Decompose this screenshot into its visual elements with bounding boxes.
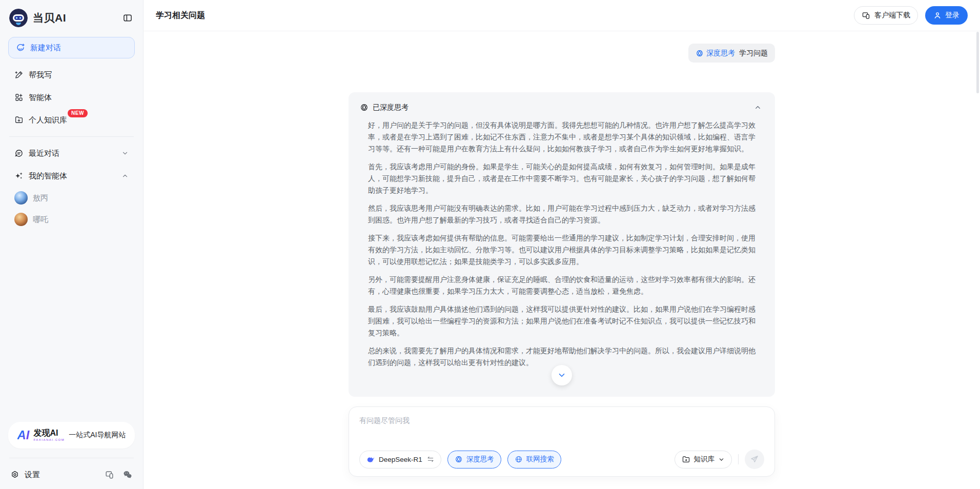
chevron-up-icon[interactable] xyxy=(121,172,129,179)
composer-right-group: 知识库 xyxy=(675,450,765,469)
send-plane-icon xyxy=(750,455,759,464)
thinking-header[interactable]: 已深度思考 xyxy=(359,101,765,112)
composer-toolbar: DeepSeek-R1 深度思 xyxy=(359,450,764,469)
dangbei-robot-logo-icon xyxy=(9,9,28,27)
chevron-down-icon xyxy=(557,371,566,380)
faxian-ai-logo-icon: AI xyxy=(17,428,30,442)
settings-label: 设置 xyxy=(25,470,40,480)
deep-think-icon xyxy=(360,103,369,112)
thinking-paragraph: 好，用户问的是关于学习的问题，但没有具体说明是哪方面。我得先想想可能的几种情况。… xyxy=(368,119,757,155)
deepseek-whale-icon xyxy=(366,455,375,464)
user-message-bubble: 深度思考 学习问题 xyxy=(688,44,775,63)
thinking-paragraph: 接下来，我应该考虑如何提供有帮助的信息。可能需要给出一些通用的学习建议，比如制定… xyxy=(368,232,757,268)
sparkles-icon xyxy=(14,171,24,180)
deep-think-tag-label: 深度思考 xyxy=(706,49,735,58)
faxian-ai-domain: FAXIANAI.COM xyxy=(34,438,65,441)
thinking-paragraph: 最后，我应该鼓励用户具体描述他们遇到的问题，这样我可以提供更针对性的建议。比如，… xyxy=(368,303,757,339)
web-search-toggle-chip[interactable]: 联网搜索 xyxy=(507,451,561,468)
chat-column: 深度思考 学习问题 已深度思考 xyxy=(349,31,775,397)
section-label: 我的智能体 xyxy=(29,171,67,181)
folder-arrow-icon xyxy=(682,455,690,464)
new-chat-label: 新建对话 xyxy=(30,43,61,53)
agent-item-aobing[interactable]: 敖丙 xyxy=(8,187,135,209)
faxian-ai-promo-card[interactable]: AI 发现AI FAXIANAI.COM 一站式AI导航网站 xyxy=(8,422,135,449)
thinking-paragraph: 然后，我应该思考用户可能没有明确表达的需求。比如，用户可能在学习过程中感到压力大… xyxy=(368,202,757,226)
agent-item-nezha[interactable]: 哪吒 xyxy=(8,209,135,230)
sidebar-item-label: 个人知识库 xyxy=(29,115,67,125)
sidebar: 当贝AI 新建对话 帮我写 xyxy=(0,0,144,489)
deep-think-icon xyxy=(696,49,704,57)
agent-name: 敖丙 xyxy=(33,193,48,203)
wechat-icon[interactable] xyxy=(122,470,133,480)
sidebar-section-recent-chats[interactable]: 最近对话 xyxy=(8,142,135,165)
knowledge-base-chip[interactable]: 知识库 xyxy=(675,451,732,468)
chevron-down-icon xyxy=(718,456,725,463)
composer: DeepSeek-R1 深度思 xyxy=(349,406,775,477)
chat-plus-icon xyxy=(16,43,25,52)
new-badge: NEW xyxy=(68,109,88,117)
thinking-content: 好，用户问的是关于学习的问题，但没有具体说明是哪方面。我得先想想可能的几种情况。… xyxy=(368,119,757,369)
gear-icon xyxy=(10,470,19,479)
web-search-label: 联网搜索 xyxy=(526,455,554,464)
toolbar-divider xyxy=(738,454,739,464)
collapse-chevron-up-icon[interactable] xyxy=(751,103,765,112)
faxian-ai-tagline: 一站式AI导航网站 xyxy=(69,431,126,440)
model-selector-chip[interactable]: DeepSeek-R1 xyxy=(359,451,441,468)
client-download-label: 客户端下载 xyxy=(874,11,910,20)
thinking-box: 已深度思考 好，用户问的是关于学习的问题，但没有具体说明是哪方面。我得先想想可能… xyxy=(349,92,775,397)
faxian-ai-brand: 发现AI FAXIANAI.COM xyxy=(34,429,65,441)
model-name: DeepSeek-R1 xyxy=(379,456,422,463)
topbar: 学习相关问题 客户端下载 登录 xyxy=(144,0,980,31)
settings-button[interactable]: 设置 xyxy=(10,470,40,480)
deep-think-label: 深度思考 xyxy=(466,455,494,464)
chat-area: 深度思考 学习问题 已深度思考 xyxy=(144,31,980,489)
new-chat-button[interactable]: 新建对话 xyxy=(8,37,135,58)
brand-row: 当贝AI xyxy=(9,8,135,28)
sidebar-divider xyxy=(9,458,134,458)
topbar-actions: 客户端下载 登录 xyxy=(854,6,968,25)
globe-icon xyxy=(515,455,523,463)
sidebar-divider xyxy=(9,136,134,137)
section-label: 最近对话 xyxy=(29,149,59,158)
main-area: 学习相关问题 客户端下载 登录 xyxy=(144,0,980,489)
avatar xyxy=(14,191,28,205)
sidebar-item-agents[interactable]: 智能体 xyxy=(8,86,135,109)
devices-icon[interactable] xyxy=(105,470,114,480)
agent-name: 哪吒 xyxy=(33,215,48,225)
settings-row: 设置 xyxy=(8,466,135,480)
scroll-to-bottom-button[interactable] xyxy=(552,365,572,385)
scrollbar-thumb[interactable] xyxy=(976,32,979,93)
client-download-button[interactable]: 客户端下载 xyxy=(854,6,918,25)
sidebar-item-label: 帮我写 xyxy=(29,70,52,80)
sidebar-item-label: 智能体 xyxy=(29,93,52,103)
send-button[interactable] xyxy=(745,450,764,469)
sidebar-collapse-icon[interactable] xyxy=(120,11,135,25)
avatar xyxy=(14,213,28,226)
sidebar-item-help-me-write[interactable]: 帮我写 xyxy=(8,64,135,86)
thinking-paragraph: 首先，我应该考虑用户可能的身份。如果是学生，可能关心的是如何提高成绩，如何有效复… xyxy=(368,161,757,196)
grid-plus-icon xyxy=(14,93,24,102)
user-icon xyxy=(933,11,942,19)
deep-think-toggle-chip[interactable]: 深度思考 xyxy=(447,451,501,468)
user-message-text: 学习问题 xyxy=(739,49,768,58)
chat-bubble-icon xyxy=(14,149,24,158)
page-title: 学习相关问题 xyxy=(156,10,205,21)
chevron-down-icon[interactable] xyxy=(121,150,129,157)
faxian-ai-brand-name: 发现AI xyxy=(34,429,65,437)
deep-think-icon xyxy=(455,455,463,463)
knowledge-base-label: 知识库 xyxy=(694,455,715,464)
sidebar-item-knowledge-base[interactable]: 个人知识库 NEW xyxy=(8,109,135,131)
login-label: 登录 xyxy=(945,11,959,20)
user-message-row: 深度思考 学习问题 xyxy=(349,44,775,63)
message-input[interactable] xyxy=(359,416,764,441)
thinking-paragraph: 另外，可能需要提醒用户注意身体健康，保证充足的睡眠、合理的饮食和适量的运动，这些… xyxy=(368,274,757,297)
settings-extra-icons xyxy=(105,470,133,480)
client-devices-icon xyxy=(862,11,870,20)
swap-model-icon xyxy=(427,456,434,463)
login-button[interactable]: 登录 xyxy=(925,6,968,25)
pencil-icon xyxy=(14,70,24,79)
sidebar-section-my-agents[interactable]: 我的智能体 xyxy=(8,165,135,187)
brand-name: 当贝AI xyxy=(33,11,66,25)
thinking-header-label: 已深度思考 xyxy=(373,103,409,112)
sidebar-bottom: AI 发现AI FAXIANAI.COM 一站式AI导航网站 设置 xyxy=(8,422,135,480)
